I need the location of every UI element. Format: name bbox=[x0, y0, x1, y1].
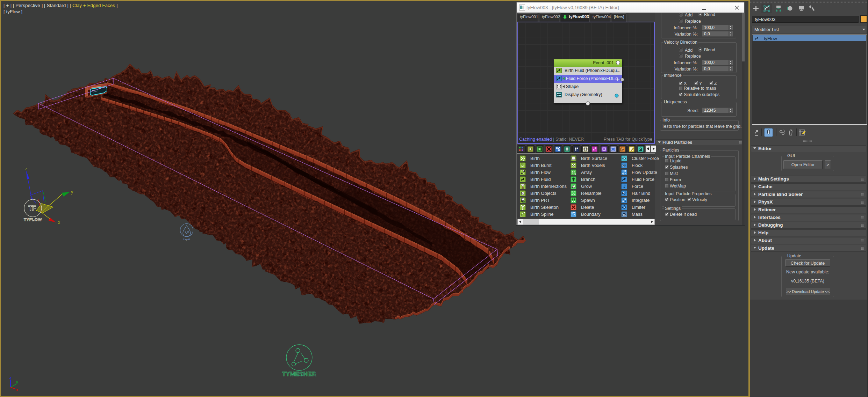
svg-text:y: y bbox=[16, 380, 19, 384]
svg-text:PRT: PRT bbox=[521, 200, 525, 203]
svg-text:x: x bbox=[58, 220, 60, 225]
svg-text:x: x bbox=[16, 388, 19, 392]
svg-text:TF: TF bbox=[28, 204, 36, 212]
svg-text:KG: KG bbox=[623, 214, 625, 216]
svg-text:z: z bbox=[9, 375, 12, 380]
svg-text:TYMESHER: TYMESHER bbox=[282, 371, 316, 377]
svg-text:y: y bbox=[71, 190, 73, 194]
svg-text:TYFLOW: TYFLOW bbox=[24, 218, 42, 222]
svg-text:Liquid: Liquid bbox=[184, 238, 190, 241]
svg-text:[ tyFlow ]: [ tyFlow ] bbox=[3, 9, 22, 14]
svg-text:z: z bbox=[25, 167, 27, 171]
svg-text:[ + ] [ Perspective ] [ Standa: [ + ] [ Perspective ] [ Standard ] [ Cla… bbox=[3, 3, 117, 8]
